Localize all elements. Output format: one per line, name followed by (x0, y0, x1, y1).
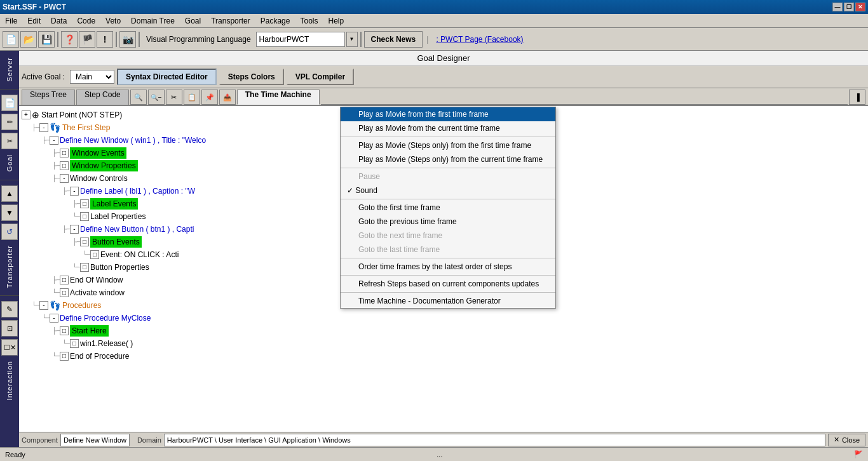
dropdown-sep-6 (341, 292, 555, 293)
help-button[interactable]: ❓ (61, 31, 78, 48)
menu-package[interactable]: Package (255, 15, 295, 27)
menu-goal[interactable]: Goal (180, 15, 206, 27)
menu-refresh-steps[interactable]: Refresh Steps based on current component… (341, 277, 555, 291)
tree-node-win1-release[interactable]: └─ □ win1.Release( ) (22, 337, 865, 350)
menu-code[interactable]: Code (72, 15, 100, 27)
expander-1[interactable]: - (39, 123, 48, 132)
sidebar-divider-3 (0, 295, 19, 296)
expander-6[interactable]: - (70, 187, 79, 196)
menu-data[interactable]: Data (46, 15, 72, 27)
zoom-in-btn[interactable]: 🔍 (130, 90, 147, 105)
copy-btn[interactable]: 📋 (184, 90, 200, 105)
expander-5[interactable]: - (60, 174, 69, 183)
pwct-facebook-link[interactable]: : PWCT Page (Facebook) (432, 35, 527, 44)
sidebar-delete-btn[interactable]: ✂ (1, 133, 18, 149)
tab-time-machine[interactable]: The Time Machine (237, 90, 320, 105)
menu-goto-prev[interactable]: Goto the previous time frame (341, 215, 555, 229)
menu-doc-generator[interactable]: Time Machine - Documentation Generator (341, 294, 555, 308)
new-file-button[interactable]: 📄 (3, 31, 19, 48)
expander-19[interactable]: □ (60, 352, 69, 361)
zoom-out-btn[interactable]: 🔍− (148, 90, 165, 105)
sidebar-down-btn[interactable]: ▼ (1, 204, 18, 221)
sidebar-pencil-btn[interactable]: ✎ (1, 301, 18, 317)
menu-help[interactable]: Help (323, 15, 349, 27)
tree-node-end-of-procedure[interactable]: └─ □ End of Procedure (22, 350, 865, 363)
menu-file[interactable]: File (0, 15, 22, 27)
tab-scrollbar-btn[interactable]: ▐ (849, 90, 865, 105)
check-news-button[interactable]: Check News (364, 31, 423, 48)
menu-veto[interactable]: Veto (100, 15, 126, 27)
node-text-2: Define New Window ( win1 ) , Title : "We… (60, 135, 206, 146)
menu-domain-tree[interactable]: Domain Tree (126, 15, 180, 27)
menu-pause: Pause (341, 170, 555, 184)
menu-sound[interactable]: ✓ Sound (341, 184, 555, 197)
expander-12[interactable]: □ (80, 263, 89, 272)
expander-18[interactable]: □ (70, 339, 79, 348)
menu-play-steps-current[interactable]: Play as Movie (Steps only) from the curr… (341, 152, 555, 166)
menu-goto-next: Goto the next time frame (341, 229, 555, 243)
node-text-13: End Of Window (70, 274, 123, 286)
minimize-button[interactable]: — (832, 3, 843, 11)
menu-edit[interactable]: Edit (22, 15, 46, 27)
expander-15[interactable]: - (39, 301, 48, 310)
expander-3[interactable]: □ (60, 149, 69, 157)
expander-16[interactable]: - (50, 314, 58, 323)
tree-node-define-procedure[interactable]: └─ - Define Procedure MyClose (22, 312, 865, 324)
close-button[interactable]: ✕ (855, 3, 865, 11)
sidebar-up-btn[interactable]: ▲ (1, 185, 18, 202)
expander-10[interactable]: □ (80, 237, 89, 246)
expander-0[interactable]: + (22, 110, 31, 119)
active-goal-select[interactable]: Main (70, 70, 114, 84)
vpl-dropdown[interactable]: HarbourPWCT (256, 32, 345, 47)
menu-play-steps-first[interactable]: Play as Movie (Steps only) from the firs… (341, 138, 555, 152)
expander-2[interactable]: - (50, 136, 58, 145)
domain-value-field: HarbourPWCT \ User Interface \ GUI Appli… (164, 434, 825, 446)
steps-colors-btn[interactable]: Steps Colors (219, 69, 284, 85)
vpl-compiler-btn[interactable]: VPL Compiler (287, 69, 354, 85)
export-btn[interactable]: 📤 (219, 90, 236, 105)
status-close-button[interactable]: ✕ Close (828, 434, 865, 446)
paste-btn[interactable]: 📌 (201, 90, 218, 105)
menu-goto-first[interactable]: Goto the first time frame (341, 201, 555, 215)
menu-play-current[interactable]: Play as Movie from the current time fram… (341, 121, 555, 135)
expander-14[interactable]: □ (60, 288, 69, 297)
vpl-dropdown-arrow[interactable]: ▼ (346, 32, 358, 47)
open-button[interactable]: 📂 (20, 31, 37, 48)
status-bar: Component Define New Window Domain Harbo… (19, 432, 868, 447)
sidebar-window-btn[interactable]: ⊡ (1, 320, 18, 337)
expander-4[interactable]: □ (60, 161, 69, 170)
node-icon-15: 👣 (50, 300, 60, 311)
restore-button[interactable]: ❐ (844, 3, 854, 11)
expander-11[interactable]: □ (90, 250, 99, 259)
menu-transporter[interactable]: Transporter (206, 15, 255, 27)
tab-steps-tree[interactable]: Steps Tree (22, 90, 75, 105)
info-button[interactable]: ! (97, 31, 113, 48)
sidebar-refresh-btn[interactable]: ↺ (1, 224, 18, 240)
save-button[interactable]: 💾 (38, 31, 55, 48)
sidebar-new-goal-btn[interactable]: 📄 (1, 95, 18, 111)
tree-node-start-here[interactable]: ├─ □ Start Here (22, 324, 865, 337)
node-text-11: Event: ON CLICK : Acti (100, 249, 179, 260)
sidebar-edit-btn[interactable]: ✏ (1, 114, 18, 130)
dropdown-sep-2 (341, 168, 555, 168)
toolbar-sep-3 (139, 32, 140, 47)
sidebar-cross-btn[interactable]: ☐✕ (1, 339, 18, 356)
cut-btn[interactable]: ✂ (166, 90, 182, 105)
menu-bar: File Edit Data Code Veto Domain Tree Goa… (0, 14, 868, 28)
window-title: Start.SSF - PWCT (3, 3, 66, 11)
menu-tools[interactable]: Tools (295, 15, 323, 27)
expander-8[interactable]: □ (80, 212, 89, 221)
flag-button[interactable]: 🏴 (79, 31, 95, 48)
menu-order-frames[interactable]: Order time frames by the latest order of… (341, 260, 555, 274)
screenshot-button[interactable]: 📷 (119, 31, 136, 48)
syntax-directed-editor-btn[interactable]: Syntax Directed Editor (117, 69, 217, 85)
active-goal-label: Active Goal : (22, 72, 67, 81)
expander-7[interactable]: □ (80, 199, 89, 208)
tab-step-code[interactable]: Step Code (76, 90, 129, 105)
menu-play-first[interactable]: Play as Movie from the first time frame (341, 107, 555, 121)
node-text-9: Define New Button ( btn1 ) , Capti (80, 224, 194, 235)
expander-13[interactable]: □ (60, 276, 69, 284)
expander-17[interactable]: □ (60, 326, 69, 335)
close-icon: ✕ (834, 436, 839, 444)
expander-9[interactable]: - (70, 225, 79, 234)
